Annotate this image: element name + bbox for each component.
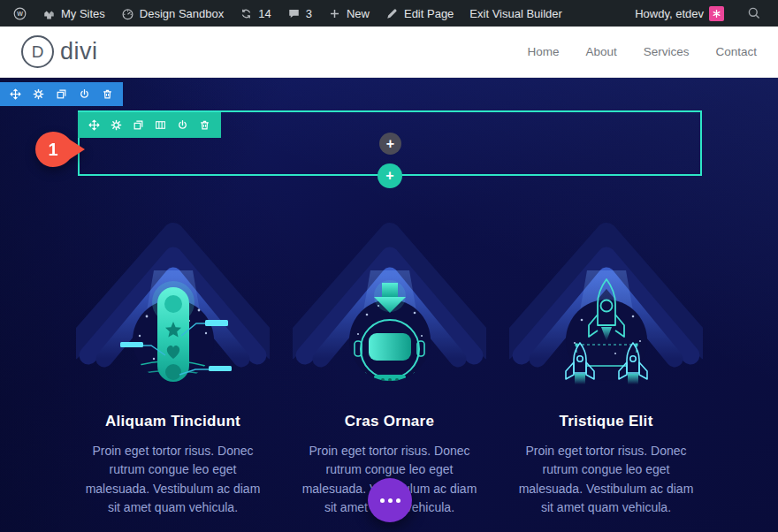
add-row-button[interactable]: + bbox=[378, 163, 402, 188]
blurb-module-1[interactable]: Aliquam Tincidunt Proin eget tortor risu… bbox=[76, 203, 270, 517]
blurb-module-2[interactable]: Cras Ornare Proin eget tortor risus. Don… bbox=[293, 203, 486, 517]
blurb-row: Aliquam Tincidunt Proin eget tortor risu… bbox=[76, 203, 702, 517]
wordpress-logo-icon: W bbox=[13, 7, 27, 20]
delete-icon bbox=[199, 119, 210, 131]
add-module-button[interactable]: + bbox=[379, 133, 401, 155]
dashboard-icon bbox=[121, 7, 134, 20]
plus-icon bbox=[328, 7, 341, 20]
edit-page-label: Edit Page bbox=[404, 7, 454, 20]
wp-logo-menu[interactable]: W bbox=[5, 0, 34, 27]
admin-search-button[interactable] bbox=[739, 0, 769, 27]
expand-builder-button[interactable] bbox=[368, 478, 412, 522]
main-nav: Home About Services Contact bbox=[527, 45, 757, 58]
site-name-label: Design Sandbox bbox=[140, 7, 224, 20]
site-name-menu[interactable]: Design Sandbox bbox=[113, 0, 232, 27]
blurb-title: Cras Ornare bbox=[293, 413, 486, 430]
row-move-button[interactable] bbox=[88, 119, 100, 131]
visual-builder-canvas: 1 + + bbox=[0, 78, 778, 532]
comments-icon bbox=[287, 7, 301, 20]
section-disable-button[interactable] bbox=[79, 88, 90, 100]
blurb-title: Tristique Elit bbox=[509, 413, 703, 430]
blurb-title: Aliquam Tincidunt bbox=[76, 413, 270, 430]
divi-logo-icon: D bbox=[21, 35, 54, 68]
section-move-button[interactable] bbox=[10, 88, 21, 100]
blurb-module-3[interactable]: Tristique Elit Proin eget tortor risus. … bbox=[509, 203, 703, 517]
row-disable-button[interactable] bbox=[177, 119, 188, 131]
delete-icon bbox=[102, 88, 113, 100]
edit-page-menu[interactable]: Edit Page bbox=[378, 0, 461, 27]
new-content-menu[interactable]: New bbox=[320, 0, 378, 27]
logo-initial: D bbox=[32, 42, 44, 62]
site-logo[interactable]: D divi bbox=[21, 35, 98, 68]
ratings-illustration bbox=[76, 203, 270, 384]
duplicate-icon bbox=[56, 88, 67, 100]
screen: W My Sites Design Sandbox 14 3 New Edit … bbox=[0, 0, 778, 532]
row-delete-button[interactable] bbox=[199, 119, 210, 131]
avatar bbox=[709, 6, 724, 21]
account-menu[interactable]: Howdy, etdev bbox=[627, 0, 732, 27]
blurb-body: Proin eget tortor risus. Donec rutrum co… bbox=[515, 442, 698, 517]
asterisk-icon bbox=[712, 9, 721, 19]
pencil-icon bbox=[385, 7, 399, 20]
site-header: D divi Home About Services Contact bbox=[0, 27, 778, 78]
nav-link-home[interactable]: Home bbox=[527, 45, 559, 58]
disable-icon bbox=[79, 88, 90, 100]
dot-icon bbox=[396, 498, 400, 503]
move-icon bbox=[10, 88, 21, 100]
svg-text:W: W bbox=[17, 11, 23, 18]
wp-admin-bar: W My Sites Design Sandbox 14 3 New Edit … bbox=[0, 0, 778, 27]
blurb-body: Proin eget tortor risus. Donec rutrum co… bbox=[82, 442, 264, 517]
section-settings-button[interactable] bbox=[33, 88, 44, 100]
row-settings-button[interactable] bbox=[111, 119, 122, 131]
nav-link-about[interactable]: About bbox=[585, 45, 616, 58]
settings-icon bbox=[33, 88, 44, 100]
dot-icon bbox=[380, 498, 385, 503]
new-label: New bbox=[347, 7, 370, 20]
search-icon bbox=[747, 6, 761, 20]
logo-text: divi bbox=[60, 38, 98, 65]
my-sites-label: My Sites bbox=[61, 7, 105, 20]
nav-link-contact[interactable]: Contact bbox=[715, 45, 757, 58]
updates-count: 14 bbox=[258, 7, 271, 20]
updates-menu[interactable]: 14 bbox=[232, 0, 278, 27]
exit-visual-builder-button[interactable]: Exit Visual Builder bbox=[461, 0, 570, 27]
rocket-illustration bbox=[509, 203, 703, 384]
section-duplicate-button[interactable] bbox=[56, 88, 67, 100]
updates-icon bbox=[240, 7, 253, 20]
row-columns-button[interactable] bbox=[155, 119, 166, 131]
astronaut-illustration bbox=[293, 203, 486, 384]
step-marker-number: 1 bbox=[35, 130, 71, 169]
row-toolbar bbox=[78, 112, 221, 138]
comments-count: 3 bbox=[306, 7, 312, 20]
exit-builder-label: Exit Visual Builder bbox=[469, 7, 562, 20]
comments-menu[interactable]: 3 bbox=[279, 0, 320, 27]
settings-icon bbox=[111, 119, 122, 131]
my-sites-menu[interactable]: My Sites bbox=[34, 0, 113, 27]
row-duplicate-button[interactable] bbox=[133, 119, 144, 131]
step-marker: 1 bbox=[35, 130, 85, 169]
nav-link-services[interactable]: Services bbox=[644, 45, 690, 58]
howdy-label: Howdy, etdev bbox=[635, 7, 704, 20]
duplicate-icon bbox=[133, 119, 144, 131]
section-delete-button[interactable] bbox=[102, 88, 113, 100]
disable-icon bbox=[177, 119, 188, 131]
section-toolbar bbox=[0, 82, 123, 106]
move-icon bbox=[88, 119, 100, 131]
columns-icon bbox=[155, 119, 166, 131]
dot-icon bbox=[388, 498, 393, 503]
my-sites-icon bbox=[42, 7, 56, 20]
